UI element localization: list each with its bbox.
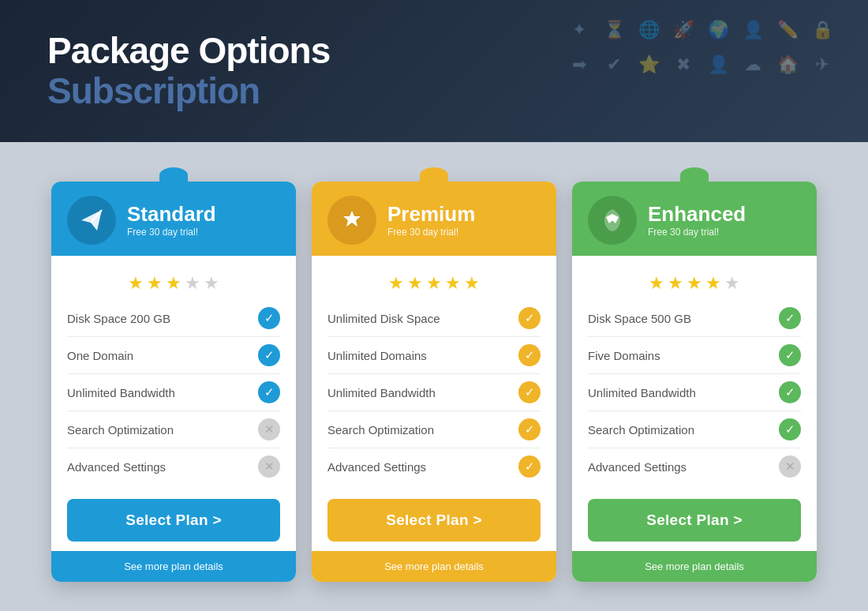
premium-feature-disk-check: ✓ bbox=[518, 307, 541, 329]
premium-select-button[interactable]: Select Plan > bbox=[327, 499, 541, 542]
enhanced-card-body: ★ ★ ★ ★ ★ Disk Space 500 GB ✓ Five Domai… bbox=[572, 256, 817, 485]
person-icon: 👤 bbox=[739, 16, 767, 44]
star-2: ★ bbox=[147, 273, 163, 294]
enhanced-card-header: Enhanced Free 30 day trial! bbox=[572, 182, 817, 256]
star-icon: ⭐ bbox=[634, 51, 663, 79]
standard-feature-domain-label: One Domain bbox=[67, 349, 133, 362]
standard-feature-seo: Search Optimization ✕ bbox=[67, 411, 280, 448]
star-3: ★ bbox=[687, 273, 702, 294]
enhanced-plan-trial: Free 30 day trial! bbox=[648, 227, 746, 238]
standard-feature-disk-label: Disk Space 200 GB bbox=[67, 312, 170, 325]
premium-feature-bandwidth-check: ✓ bbox=[518, 381, 541, 403]
star-4: ★ bbox=[705, 273, 721, 294]
standard-more-details[interactable]: See more plan details bbox=[51, 551, 296, 582]
premium-plan-trial: Free 30 day trial! bbox=[387, 227, 475, 238]
world-icon: 🌍 bbox=[704, 16, 732, 44]
star-3: ★ bbox=[166, 273, 181, 294]
enhanced-feature-domain: Five Domains ✓ bbox=[588, 337, 801, 374]
standard-feature-advanced-check: ✕ bbox=[258, 455, 280, 478]
enhanced-feature-disk: Disk Space 500 GB ✓ bbox=[588, 300, 801, 337]
enhanced-card-footer: Select Plan > bbox=[572, 485, 817, 542]
standard-feature-seo-check: ✕ bbox=[258, 418, 280, 440]
enhanced-feature-domain-check: ✓ bbox=[779, 344, 801, 366]
standard-feature-domain: One Domain ✓ bbox=[67, 337, 280, 374]
enhanced-feature-bandwidth-label: Unlimited Bandwidth bbox=[588, 386, 696, 399]
premium-feature-seo-check: ✓ bbox=[518, 418, 541, 440]
premium-feature-advanced: Advanced Settings ✓ bbox=[327, 448, 541, 485]
premium-plan-icon bbox=[327, 196, 376, 245]
premium-header-text: Premium Free 30 day trial! bbox=[387, 204, 475, 238]
standard-feature-bandwidth: Unlimited Bandwidth ✓ bbox=[67, 374, 280, 411]
hourglass-icon: ⏳ bbox=[600, 16, 628, 44]
enhanced-feature-advanced: Advanced Settings ✕ bbox=[588, 448, 801, 485]
page-title-line1: Package Options bbox=[47, 31, 330, 71]
standard-select-button[interactable]: Select Plan > bbox=[67, 499, 280, 542]
enhanced-feature-advanced-label: Advanced Settings bbox=[588, 460, 687, 474]
premium-feature-advanced-label: Advanced Settings bbox=[327, 460, 426, 474]
star-5: ★ bbox=[724, 273, 740, 294]
standard-stars: ★ ★ ★ ★ ★ bbox=[67, 264, 280, 300]
enhanced-feature-disk-label: Disk Space 500 GB bbox=[588, 312, 691, 325]
premium-feature-disk: Unlimited Disk Space ✓ bbox=[327, 300, 541, 337]
standard-card-body: ★ ★ ★ ★ ★ Disk Space 200 GB ✓ One Domain… bbox=[51, 256, 296, 485]
enhanced-select-button[interactable]: Select Plan > bbox=[588, 499, 801, 542]
premium-card-body: ★ ★ ★ ★ ★ Unlimited Disk Space ✓ Unlimit… bbox=[312, 256, 556, 485]
star-1: ★ bbox=[388, 273, 404, 294]
lock-icon: 🔒 bbox=[808, 16, 836, 44]
premium-feature-domain-label: Unlimited Domains bbox=[327, 349, 427, 362]
standard-feature-disk-check: ✓ bbox=[258, 307, 280, 329]
premium-feature-disk-label: Unlimited Disk Space bbox=[327, 312, 440, 325]
premium-more-details[interactable]: See more plan details bbox=[312, 551, 556, 582]
svg-point-0 bbox=[610, 216, 615, 221]
standard-feature-domain-check: ✓ bbox=[258, 344, 280, 366]
standard-card-header: Standard Free 30 day trial! bbox=[51, 182, 296, 256]
premium-feature-bandwidth-label: Unlimited Bandwidth bbox=[327, 386, 436, 399]
rocket-icon: 🚀 bbox=[669, 16, 698, 44]
enhanced-stars: ★ ★ ★ ★ ★ bbox=[588, 264, 801, 300]
premium-feature-domain: Unlimited Domains ✓ bbox=[327, 337, 541, 374]
page-title-line2: Subscription bbox=[47, 71, 330, 111]
globe-icon: 🌐 bbox=[634, 16, 663, 44]
enhanced-feature-disk-check: ✓ bbox=[779, 307, 801, 329]
star-2: ★ bbox=[668, 273, 683, 294]
standard-feature-bandwidth-label: Unlimited Bandwidth bbox=[67, 386, 175, 399]
enhanced-header-text: Enhanced Free 30 day trial! bbox=[648, 204, 746, 238]
standard-feature-seo-label: Search Optimization bbox=[67, 423, 174, 437]
premium-feature-seo-label: Search Optimization bbox=[327, 423, 434, 437]
enhanced-more-details[interactable]: See more plan details bbox=[572, 551, 817, 582]
pricing-cards-container: Standard Free 30 day trial! ★ ★ ★ ★ ★ Di… bbox=[0, 142, 868, 611]
star-3: ★ bbox=[426, 273, 442, 294]
standard-feature-bandwidth-check: ✓ bbox=[258, 381, 280, 403]
enhanced-feature-advanced-check: ✕ bbox=[779, 455, 801, 478]
enhanced-plan-name: Enhanced bbox=[648, 204, 746, 224]
premium-stars: ★ ★ ★ ★ ★ bbox=[327, 264, 541, 300]
x-icon: ✖ bbox=[669, 51, 698, 79]
standard-plan-icon bbox=[67, 196, 116, 245]
star-5: ★ bbox=[204, 273, 219, 294]
star-5: ★ bbox=[464, 273, 480, 294]
cloud-icon: ☁ bbox=[739, 51, 767, 79]
premium-card-header: Premium Free 30 day trial! bbox=[312, 182, 556, 256]
page-header: Package Options Subscription ✦ ⏳ 🌐 🚀 🌍 👤… bbox=[0, 0, 868, 142]
premium-plan-name: Premium bbox=[387, 204, 475, 224]
enhanced-feature-seo-label: Search Optimization bbox=[588, 423, 694, 437]
standard-feature-disk: Disk Space 200 GB ✓ bbox=[67, 300, 280, 337]
standard-feature-advanced: Advanced Settings ✕ bbox=[67, 448, 280, 485]
enhanced-feature-seo: Search Optimization ✓ bbox=[588, 411, 801, 448]
premium-feature-seo: Search Optimization ✓ bbox=[327, 411, 541, 448]
arrow-icon: ➡ bbox=[565, 51, 593, 79]
premium-plan-card: Premium Free 30 day trial! ★ ★ ★ ★ ★ Unl… bbox=[312, 182, 556, 582]
premium-feature-domain-check: ✓ bbox=[518, 344, 541, 366]
user-icon: 👤 bbox=[704, 51, 732, 79]
enhanced-feature-seo-check: ✓ bbox=[779, 418, 801, 440]
standard-plan-trial: Free 30 day trial! bbox=[127, 227, 216, 238]
premium-feature-bandwidth: Unlimited Bandwidth ✓ bbox=[327, 374, 541, 411]
premium-feature-advanced-check: ✓ bbox=[518, 455, 541, 478]
star-1: ★ bbox=[128, 273, 144, 294]
star-1: ★ bbox=[649, 273, 664, 294]
star-2: ★ bbox=[407, 273, 423, 294]
decorative-icons: ✦ ⏳ 🌐 🚀 🌍 👤 ✏️ 🔒 ➡ ✔ ⭐ ✖ 👤 ☁ 🏠 ✈ bbox=[565, 16, 836, 79]
enhanced-feature-domain-label: Five Domains bbox=[588, 349, 660, 362]
check-circle-icon: ✔ bbox=[600, 51, 628, 79]
standard-plan-card: Standard Free 30 day trial! ★ ★ ★ ★ ★ Di… bbox=[51, 182, 296, 582]
